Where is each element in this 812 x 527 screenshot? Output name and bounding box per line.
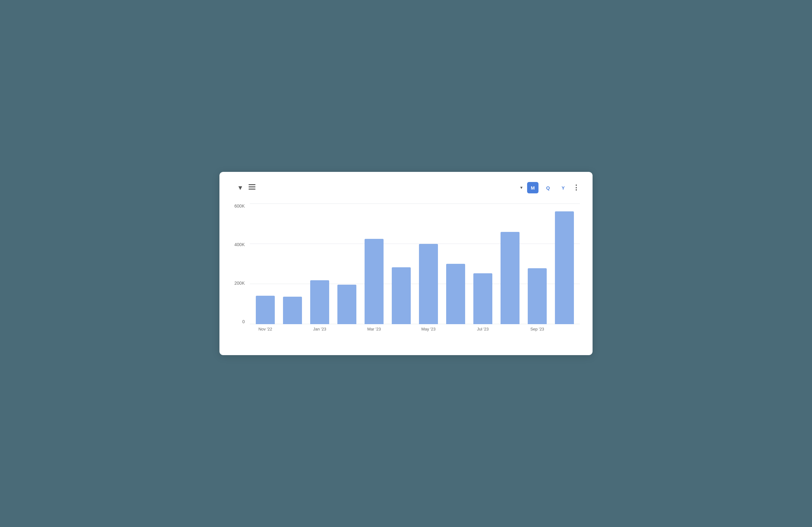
x-axis: Nov '22Dec '22Jan '23Feb '23Mar '23Apr '… (250, 324, 580, 336)
x-label-group: Apr '23 (389, 327, 414, 336)
x-axis-label: Sep '23 (530, 327, 544, 336)
bar-Jul-23[interactable] (473, 273, 492, 324)
bars-container (250, 204, 580, 324)
bar-group (335, 204, 359, 324)
bar-group (389, 204, 414, 324)
x-axis-label: Nov '22 (258, 327, 272, 336)
bar-group (525, 204, 550, 324)
svg-rect-2 (248, 189, 256, 190)
x-label-group: May '23 (416, 327, 441, 336)
view-quarter-button[interactable]: Q (542, 182, 554, 193)
x-label-group: Aug '23 (498, 327, 522, 336)
x-axis-label: Jul '23 (477, 327, 489, 336)
x-label-group: Nov '22 (253, 327, 278, 336)
bar-group (552, 204, 577, 324)
y-label-200k: 200K (234, 281, 245, 286)
y-label-0: 0 (242, 319, 245, 324)
bar-group (280, 204, 305, 324)
bar-group (307, 204, 332, 324)
x-axis-label: May '23 (421, 327, 435, 336)
bar-group (253, 204, 278, 324)
y-label-400k: 400K (234, 242, 245, 247)
chart-content: Nov '22Dec '22Jan '23Feb '23Mar '23Apr '… (250, 204, 580, 336)
x-label-group: Dec '22 (280, 327, 305, 336)
chart-area: 600K 400K 200K 0 Nov '22Dec '22Jan '23Fe… (232, 204, 580, 336)
x-axis-label: Jan '23 (313, 327, 326, 336)
y-axis: 600K 400K 200K 0 (232, 204, 250, 336)
x-label-group: Jun '23 (443, 327, 468, 336)
view-month-button[interactable]: M (527, 182, 538, 193)
bar-May-23[interactable] (419, 244, 438, 324)
bar-Jan-23[interactable] (310, 280, 329, 324)
bar-group (362, 204, 387, 324)
x-label-group: Feb '23 (335, 327, 359, 336)
bar-group (416, 204, 441, 324)
x-label-group: Sep '23 (525, 327, 550, 336)
bar-group (443, 204, 468, 324)
header-left: ▼ (232, 184, 256, 192)
bar-Sep-23[interactable] (528, 268, 547, 324)
more-options-icon[interactable]: ⋮ (572, 184, 580, 192)
header-right: ▼ M Q Y ⋮ (518, 182, 580, 193)
bars-grid (250, 204, 580, 324)
x-label-group: Jan '23 (307, 327, 332, 336)
bar-Jun-23[interactable] (446, 264, 465, 324)
bar-group (470, 204, 495, 324)
view-year-button[interactable]: Y (557, 182, 569, 193)
bar-group (498, 204, 522, 324)
dropdown-arrow-icon: ▼ (520, 185, 523, 190)
period-dropdown[interactable]: ▼ (518, 185, 523, 190)
x-label-group: Oct '23 (552, 327, 577, 336)
x-axis-label: Mar '23 (367, 327, 381, 336)
gross-sales-card: ▼ ▼ M Q Y ⋮ 600K 400K 200K 0 (219, 172, 593, 355)
bar-Nov-22[interactable] (256, 296, 275, 324)
bar-Apr-23[interactable] (392, 267, 411, 324)
card-header: ▼ ▼ M Q Y ⋮ (232, 182, 580, 193)
bar-Mar-23[interactable] (365, 239, 383, 324)
bar-Feb-23[interactable] (337, 285, 356, 325)
filter-icon[interactable]: ▼ (237, 184, 244, 192)
x-label-group: Mar '23 (362, 327, 387, 336)
bar-Dec-22[interactable] (283, 297, 302, 324)
bar-Oct-23[interactable] (555, 211, 574, 324)
list-icon[interactable] (248, 184, 256, 192)
svg-rect-1 (248, 186, 256, 187)
y-label-600k: 600K (234, 204, 245, 209)
svg-rect-0 (248, 184, 256, 185)
x-label-group: Jul '23 (470, 327, 495, 336)
bar-Aug-23[interactable] (501, 232, 520, 324)
